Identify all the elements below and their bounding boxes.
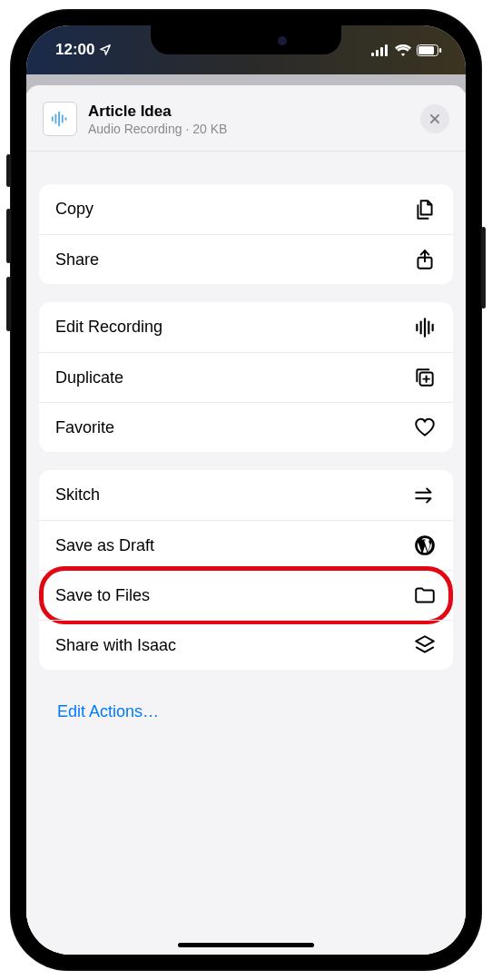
layers-icon <box>413 633 437 657</box>
svg-rect-2 <box>380 47 383 56</box>
svg-rect-0 <box>371 53 374 56</box>
action-edit-recording[interactable]: Edit Recording <box>39 302 453 352</box>
location-icon <box>99 44 112 56</box>
audio-waveform-icon <box>50 109 70 129</box>
action-share[interactable]: Share <box>39 234 453 284</box>
action-skitch[interactable]: Skitch <box>39 470 453 520</box>
file-thumbnail <box>43 102 77 136</box>
screen: 12:00 Article Idea Audio Recording · 20 … <box>26 25 466 955</box>
heart-icon <box>413 416 437 439</box>
copy-icon <box>413 198 437 221</box>
svg-rect-1 <box>376 50 379 56</box>
notch <box>151 25 341 54</box>
action-copy[interactable]: Copy <box>39 184 453 234</box>
action-label: Edit Recording <box>55 318 162 337</box>
file-subtitle: Audio Recording · 20 KB <box>88 122 409 136</box>
share-up-icon <box>413 248 437 271</box>
action-label: Copy <box>55 200 93 219</box>
svg-rect-5 <box>418 46 434 54</box>
actions-body: Copy Share Edit Record <box>26 152 466 736</box>
action-group-3: Skitch Save as Draft Save to Files <box>39 470 453 670</box>
phone-frame: 12:00 Article Idea Audio Recording · 20 … <box>10 9 482 971</box>
sheet-header: Article Idea Audio Recording · 20 KB <box>26 85 466 152</box>
close-button[interactable] <box>420 104 449 133</box>
action-duplicate[interactable]: Duplicate <box>39 352 453 402</box>
action-label: Save as Draft <box>55 536 154 555</box>
action-label: Skitch <box>55 485 100 505</box>
svg-rect-6 <box>439 48 441 53</box>
action-group-1: Copy Share <box>39 184 453 284</box>
action-group-2: Edit Recording Duplicate Favorite <box>39 302 453 452</box>
edit-actions-link[interactable]: Edit Actions… <box>39 688 453 736</box>
cellular-icon <box>371 44 389 56</box>
action-label: Save to Files <box>55 586 150 605</box>
action-label: Duplicate <box>55 368 123 387</box>
status-time: 12:00 <box>55 41 94 59</box>
action-label: Favorite <box>55 418 114 437</box>
close-icon <box>428 113 441 125</box>
action-label: Share with Isaac <box>55 636 176 655</box>
wordpress-icon <box>413 534 437 557</box>
file-title: Article Idea <box>88 103 409 121</box>
home-indicator[interactable] <box>178 943 314 947</box>
duplicate-plus-icon <box>413 366 437 389</box>
action-save-to-files[interactable]: Save to Files <box>39 570 453 620</box>
battery-icon <box>417 44 442 56</box>
waveform-icon <box>413 316 437 339</box>
action-favorite[interactable]: Favorite <box>39 402 453 452</box>
skitch-arrow-icon <box>413 484 437 507</box>
action-share-isaac[interactable]: Share with Isaac <box>39 620 453 670</box>
svg-rect-3 <box>385 44 388 56</box>
action-label: Share <box>55 250 99 270</box>
share-sheet: Article Idea Audio Recording · 20 KB Cop… <box>26 85 466 955</box>
folder-icon <box>413 583 437 607</box>
action-save-as-draft[interactable]: Save as Draft <box>39 520 453 570</box>
wifi-icon <box>395 44 411 56</box>
